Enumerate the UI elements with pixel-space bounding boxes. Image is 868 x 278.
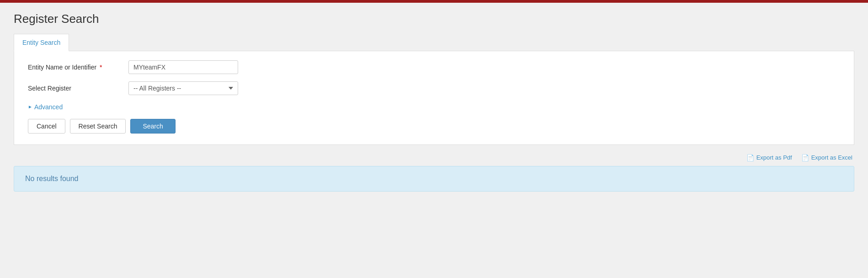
search-button[interactable]: Search	[130, 119, 175, 134]
reset-search-button[interactable]: Reset Search	[70, 119, 126, 134]
entity-name-label: Entity Name or Identifier *	[28, 64, 128, 71]
export-bar: 📄 Export as Pdf 📄 Export as Excel	[14, 154, 854, 161]
required-indicator: *	[100, 64, 102, 71]
export-excel-link[interactable]: 📄 Export as Excel	[801, 154, 852, 161]
page-title: Register Search	[14, 12, 854, 26]
entity-name-row: Entity Name or Identifier *	[28, 60, 840, 74]
cancel-button[interactable]: Cancel	[28, 119, 65, 134]
no-results-banner: No results found	[14, 166, 854, 192]
entity-name-input[interactable]	[128, 60, 238, 74]
advanced-toggle[interactable]: ► Advanced	[28, 103, 63, 111]
search-panel: Entity Name or Identifier * Select Regis…	[14, 51, 854, 145]
pdf-icon: 📄	[746, 154, 754, 161]
page-content: Register Search Entity Search Entity Nam…	[0, 3, 868, 201]
excel-icon: 📄	[801, 154, 809, 161]
tab-bar: Entity Search	[14, 33, 854, 51]
button-row: Cancel Reset Search Search	[28, 119, 840, 134]
select-register-row: Select Register -- All Registers --	[28, 81, 840, 95]
advanced-section: ► Advanced	[28, 102, 840, 119]
select-register-dropdown[interactable]: -- All Registers --	[128, 81, 238, 95]
advanced-arrow-icon: ►	[28, 104, 32, 109]
export-pdf-link[interactable]: 📄 Export as Pdf	[746, 154, 792, 161]
select-register-label: Select Register	[28, 85, 128, 92]
tab-entity-search[interactable]: Entity Search	[14, 34, 69, 51]
